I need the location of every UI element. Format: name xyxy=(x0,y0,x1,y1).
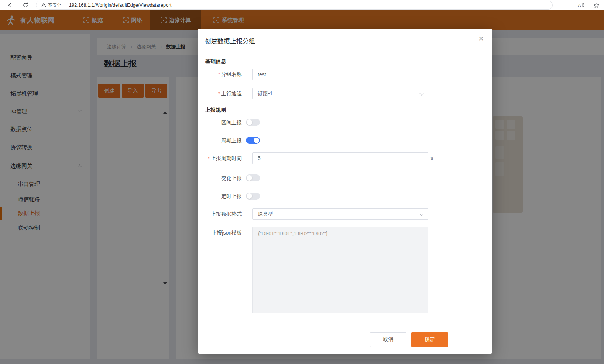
data-format-select[interactable]: 原类型 xyxy=(252,208,428,220)
report-period-unit: s xyxy=(431,155,433,161)
periodic-report-toggle[interactable] xyxy=(246,137,260,144)
cancel-button[interactable]: 取消 xyxy=(370,332,406,347)
timed-report-toggle[interactable] xyxy=(246,193,260,200)
report-period-input[interactable] xyxy=(252,152,428,164)
timed-report-label: 定时上报 xyxy=(198,193,242,200)
dialog-title: 创建数据上报分组 xyxy=(205,37,255,45)
browser-toolbar: 不安全 192.168.1.1/#/origin/defaultEdge/Vie… xyxy=(0,0,604,10)
chevron-down-icon xyxy=(419,212,423,216)
group-name-input[interactable] xyxy=(252,69,428,80)
json-template-textarea[interactable]: {"DI-01":"DI01","DI-02":"DI02"} xyxy=(252,227,428,313)
periodic-report-label: 周期上报 xyxy=(198,138,242,144)
warning-icon xyxy=(41,3,46,7)
url-text: 192.168.1.1/#/origin/defaultEdge/Viewdat… xyxy=(69,3,171,8)
address-bar[interactable]: 不安全 192.168.1.1/#/origin/defaultEdge/Vie… xyxy=(36,1,553,10)
create-report-group-dialog: 创建数据上报分组 ✕ 基础信息 分组名称 上行通道 链路-1 上报规则 区间上报… xyxy=(198,29,492,354)
group-name-label: 分组名称 xyxy=(198,71,242,78)
uplink-channel-value: 链路-1 xyxy=(258,88,272,99)
section-report-rules: 上报规则 xyxy=(205,107,226,114)
address-divider xyxy=(65,3,65,8)
browser-back-icon[interactable] xyxy=(6,1,14,9)
json-template-label: 上报json模板 xyxy=(198,230,242,236)
report-period-label: 上报周期时间 xyxy=(198,155,242,162)
page-viewport: 有人物联网 概览 网络 边缘计算 系统管理 配置向导 模式管理 拓展 xyxy=(0,10,604,364)
svg-text:A: A xyxy=(578,3,581,8)
uplink-channel-select[interactable]: 链路-1 xyxy=(252,88,428,99)
close-icon[interactable]: ✕ xyxy=(477,35,485,43)
chevron-down-icon xyxy=(419,91,423,95)
change-report-toggle[interactable] xyxy=(246,174,260,181)
favorites-star-icon[interactable] xyxy=(593,1,600,9)
interval-report-toggle[interactable] xyxy=(246,119,260,126)
data-format-value: 原类型 xyxy=(258,209,273,219)
read-aloud-icon[interactable]: A xyxy=(577,1,585,9)
change-report-label: 变化上报 xyxy=(198,175,242,182)
browser-refresh-icon[interactable] xyxy=(21,1,30,9)
uplink-channel-label: 上行通道 xyxy=(198,90,242,97)
security-label: 不安全 xyxy=(48,2,61,8)
screen: 不安全 192.168.1.1/#/origin/defaultEdge/Vie… xyxy=(0,0,604,364)
interval-report-label: 区间上报 xyxy=(198,119,242,126)
section-basic-info: 基础信息 xyxy=(205,58,226,65)
data-format-label: 上报数据格式 xyxy=(198,211,242,218)
confirm-button[interactable]: 确定 xyxy=(411,332,448,347)
site-security-badge[interactable]: 不安全 xyxy=(41,2,61,8)
